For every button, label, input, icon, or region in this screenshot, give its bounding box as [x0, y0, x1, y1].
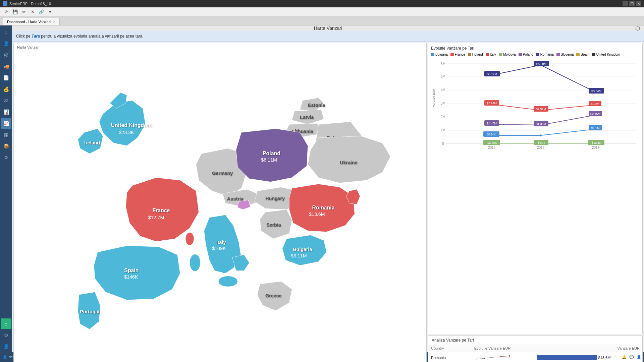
close-button[interactable]: ✕	[636, 1, 641, 6]
svg-text:-$12.1K: -$12.1K	[591, 141, 601, 144]
legend-poland: Poland	[519, 53, 533, 56]
minimize-button[interactable]: ─	[623, 1, 628, 6]
sidebar-item-doc[interactable]: 📄	[1, 72, 11, 83]
sidebar-item-active[interactable]: ⌂	[1, 318, 11, 329]
country-sicily	[218, 276, 237, 287]
country-italy-toe[interactable]	[232, 255, 250, 271]
toolbar-delete[interactable]: ✕	[29, 8, 36, 16]
legend-italy: Italy	[486, 53, 496, 56]
legend-slovenia: Slovenia	[556, 53, 574, 56]
svg-text:0: 0	[442, 142, 444, 145]
content-area: Harta Vanzari ⬡ Click pe Tara pentru a v…	[12, 25, 644, 352]
toolbar-more[interactable]: ▾	[46, 8, 54, 16]
svg-text:$146K: $146K	[124, 274, 138, 280]
country-slovenia[interactable]	[237, 200, 250, 210]
status-account[interactable]: 👤	[637, 355, 641, 359]
svg-text:2015: 2015	[488, 146, 496, 149]
table-panel-title: Analiza Vanzare pe Tari	[428, 336, 642, 345]
instruction-text-before: Click pe	[16, 34, 32, 39]
time-label: 20:12	[607, 355, 616, 359]
svg-text:$6.11M: $6.11M	[261, 157, 277, 163]
sidebar-item-home[interactable]: ⌂	[1, 27, 11, 38]
svg-text:$1.46M: $1.46M	[487, 122, 497, 125]
svg-text:$5.12M: $5.12M	[487, 72, 497, 76]
svg-text:Romania: Romania	[312, 205, 335, 210]
status-chat[interactable]: 💬	[629, 355, 634, 359]
instruction-bar: Click pe Tara pentru a vizualiza evoluti…	[12, 31, 644, 42]
svg-text:5M: 5M	[441, 75, 445, 78]
sidebar-item-user[interactable]: 👤	[1, 341, 11, 352]
svg-text:Latvia: Latvia	[300, 115, 314, 120]
line-chart-title: Evolutie Vanzare pe Tari	[431, 46, 640, 51]
page-header: Harta Vanzari ⬡	[12, 25, 644, 31]
tab-label: Dashboard - Harta Vanzari	[7, 20, 51, 24]
sidebar-item-linechart[interactable]: 📈	[1, 118, 11, 129]
legend-dot-bulgaria	[431, 53, 434, 56]
svg-text:$1.39M: $1.39M	[536, 122, 546, 126]
map-panel-title: Harta Vanzari	[17, 45, 39, 49]
tab-bar: Dashboard - Harta Vanzari ✕	[0, 17, 644, 25]
line-chart-panel: Evolutie Vanzare pe Tari Bulgaria France	[428, 43, 643, 334]
svg-text:Serbia: Serbia	[266, 222, 281, 228]
legend-label-slovenia: Slovenia	[561, 53, 574, 56]
svg-text:$12.7M: $12.7M	[148, 215, 164, 220]
tab-close-icon[interactable]: ✕	[53, 20, 55, 23]
instruction-link[interactable]: Tara	[32, 34, 40, 39]
sidebar-item-gear[interactable]: ⚙	[1, 330, 11, 341]
user-icon: 👤	[3, 355, 7, 359]
toolbar-save[interactable]: 💾	[11, 8, 19, 16]
country-corsica	[185, 232, 194, 245]
map-panel: Harta Vanzari Estonia Latvia Lithuania	[13, 43, 427, 362]
legend-dot-france	[450, 53, 454, 56]
svg-text:Estonia: Estonia	[308, 103, 326, 108]
svg-text:Ireland: Ireland	[84, 140, 100, 146]
svg-text:-$2.65K: -$2.65K	[486, 141, 497, 144]
toolbar-link[interactable]: 🔗	[38, 8, 45, 16]
svg-text:Poland: Poland	[263, 150, 280, 156]
svg-text:1M: 1M	[441, 128, 445, 132]
svg-text:Bulgaria: Bulgaria	[293, 247, 312, 252]
svg-text:6M: 6M	[441, 62, 445, 66]
country-sardinia	[190, 254, 201, 271]
instruction-text-after: pentru a vizualiza evolutia anuala a van…	[40, 34, 144, 39]
legend-dot-spain	[576, 53, 580, 56]
legend-france: France	[450, 53, 465, 56]
legend-bulgaria: Bulgaria	[431, 53, 448, 56]
sidebar-item-truck[interactable]: 🚚	[1, 61, 11, 72]
cell-country: Romania	[428, 352, 472, 362]
share-button[interactable]: ⬡	[635, 25, 640, 32]
legend-label-romania: Romania	[540, 53, 554, 56]
svg-text:$1.1M: $1.1M	[591, 126, 599, 130]
tab-dashboard[interactable]: Dashboard - Harta Vanzari ✕	[3, 18, 60, 25]
panels: Harta Vanzari Estonia Latvia Lithuania	[12, 42, 644, 362]
window-controls[interactable]: ─ ❐ ✕	[623, 1, 641, 6]
svg-text:$2.9M: $2.9M	[591, 102, 599, 106]
legend-label-italy: Italy	[490, 53, 496, 56]
legend-dot-romania	[536, 53, 539, 56]
country-ukraine[interactable]	[308, 136, 390, 183]
svg-text:$109K: $109K	[212, 246, 226, 251]
status-notifications[interactable]: 🔔	[622, 355, 627, 359]
line-chart-svg: 0 1M 2M 3M 4M 5M 6M Vanzare EUR	[431, 58, 640, 152]
legend-dot-slovenia	[556, 53, 560, 56]
europe-map-svg: Estonia Latvia Lithuania Belarus Germany	[14, 50, 426, 362]
sidebar-item-barchart[interactable]: ▦	[1, 129, 11, 140]
toolbar: ⟳ 💾 ✏ ✕ 🔗 ▾	[0, 7, 644, 17]
sidebar-item-balance[interactable]: ⚖	[1, 95, 11, 106]
sidebar-item-delivery[interactable]: 📦	[1, 141, 11, 152]
svg-point-74	[484, 358, 485, 359]
sidebar-item-people[interactable]: 👤	[1, 38, 11, 49]
restore-button[interactable]: ❐	[629, 1, 635, 6]
sidebar-item-chart[interactable]: 📊	[1, 107, 11, 117]
svg-point-75	[500, 356, 502, 357]
svg-text:2017: 2017	[592, 146, 600, 149]
svg-text:United Kingdom: United Kingdom	[111, 122, 152, 128]
sidebar-item-settings[interactable]: ⚙	[1, 152, 11, 163]
toolbar-edit[interactable]: ✏	[20, 8, 28, 16]
legend-dot-holand	[468, 53, 471, 56]
toolbar-refresh[interactable]: ⟳	[3, 8, 10, 16]
sidebar-item-money[interactable]: 💰	[1, 84, 11, 95]
sidebar-item-cart[interactable]: 🛒	[1, 50, 11, 60]
svg-text:2M: 2M	[441, 115, 445, 119]
bulgaria-line	[492, 129, 596, 135]
